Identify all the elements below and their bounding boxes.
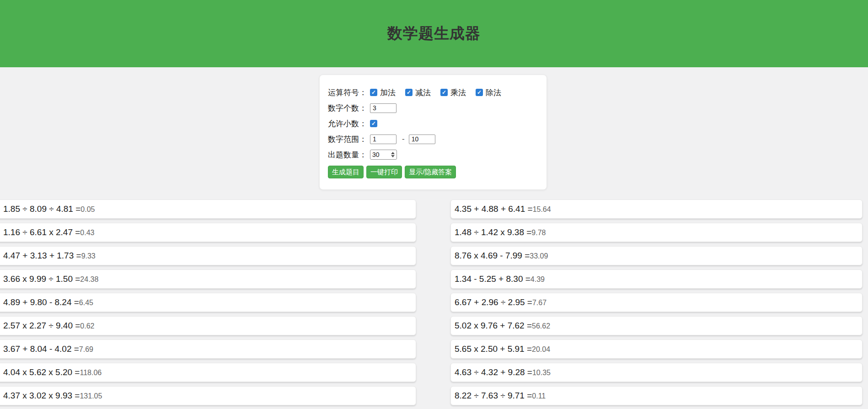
allow-decimal-row: 允许小数： xyxy=(328,116,538,131)
problem-answer: 0.62 xyxy=(80,322,94,330)
operator-option-multiplication[interactable]: 乘法 xyxy=(440,87,466,98)
operator-option-addition[interactable]: 加法 xyxy=(370,87,396,98)
problem-expression: 4.63 ÷ 4.32 + 9.28 = xyxy=(455,367,532,377)
problem-row: 4.47 + 3.13 + 1.73 =9.33 xyxy=(0,246,416,265)
problem-answer: 118.06 xyxy=(80,369,102,377)
digit-count-label: 数字个数： xyxy=(328,103,367,113)
operator-option-division[interactable]: 除法 xyxy=(476,87,501,98)
problem-expression: 1.85 ÷ 8.09 ÷ 4.81 = xyxy=(3,204,80,214)
quantity-value: 30 xyxy=(372,151,391,158)
page-title: 数学题生成器 xyxy=(387,23,481,44)
problem-answer: 9.78 xyxy=(531,229,546,237)
division-checkbox[interactable] xyxy=(476,89,483,96)
problem-expression: 4.04 x 5.62 x 5.20 = xyxy=(3,367,80,377)
problem-answer: 7.67 xyxy=(532,299,547,307)
problem-answer: 9.33 xyxy=(81,252,96,260)
problem-answer: 0.05 xyxy=(80,205,95,213)
problem-expression: 4.35 + 4.88 + 6.41 = xyxy=(455,204,533,214)
subtraction-checkbox[interactable] xyxy=(405,89,413,96)
range-max-input[interactable] xyxy=(409,135,435,144)
problem-expression: 8.76 x 4.69 - 7.99 = xyxy=(455,251,530,260)
operators-label: 运算符号： xyxy=(328,87,367,98)
actions-row: 生成题目 一键打印 显示/隐藏答案 xyxy=(328,166,538,184)
app-header: 数学题生成器 xyxy=(0,0,868,67)
spinner-down-icon[interactable] xyxy=(391,155,395,157)
problem-expression: 5.65 x 2.50 + 5.91 = xyxy=(455,344,532,354)
number-range-label: 数字范围： xyxy=(328,134,367,145)
operator-option-subtraction[interactable]: 减法 xyxy=(405,87,431,98)
range-min-input[interactable] xyxy=(370,135,396,144)
division-label: 除法 xyxy=(486,87,501,98)
problem-answer: 33.09 xyxy=(530,252,548,260)
problem-row: 1.48 ÷ 1.42 x 9.38 =9.78 xyxy=(450,223,863,242)
problem-answer: 0.11 xyxy=(532,392,546,400)
print-button[interactable]: 一键打印 xyxy=(366,166,402,178)
problem-row: 4.37 x 3.02 x 9.93 =131.05 xyxy=(0,386,416,405)
allow-decimal-label: 允许小数： xyxy=(328,118,367,129)
problem-row: 1.85 ÷ 8.09 ÷ 4.81 =0.05 xyxy=(0,199,416,219)
subtraction-label: 减法 xyxy=(415,87,431,98)
problem-expression: 4.37 x 3.02 x 9.93 = xyxy=(3,391,80,400)
quantity-row: 出题数量： 30 xyxy=(328,147,538,162)
problem-answer: 15.64 xyxy=(533,205,551,213)
problem-expression: 8.22 ÷ 7.63 ÷ 9.71 = xyxy=(455,391,532,400)
generator-form: 运算符号： 加法 减法 乘法 除法 数字个数： 允许小数： xyxy=(319,75,547,190)
problem-row: 4.89 + 9.80 - 8.24 =6.45 xyxy=(0,293,416,312)
problem-answer: 10.35 xyxy=(532,369,551,377)
addition-checkbox[interactable] xyxy=(370,89,377,96)
spinner-arrows-icon[interactable] xyxy=(391,152,395,157)
quantity-input[interactable]: 30 xyxy=(370,150,397,160)
quantity-label: 出题数量： xyxy=(328,150,367,160)
range-separator: - xyxy=(402,135,405,144)
problem-expression: 4.47 + 3.13 + 1.73 = xyxy=(3,251,81,260)
problem-expression: 4.89 + 9.80 - 8.24 = xyxy=(3,297,79,307)
problem-row: 4.63 ÷ 4.32 + 9.28 =10.35 xyxy=(450,363,863,382)
problem-row: 3.67 + 8.04 - 4.02 =7.69 xyxy=(0,339,416,359)
problems-column-left: 1.85 ÷ 8.09 ÷ 4.81 =0.05 1.16 ÷ 6.61 x 2… xyxy=(0,199,416,409)
problem-answer: 0.43 xyxy=(80,229,94,237)
problem-row: 1.34 - 5.25 + 8.30 =4.39 xyxy=(450,269,863,289)
problem-expression: 3.66 x 9.99 ÷ 1.50 = xyxy=(3,274,80,284)
problem-row: 4.35 + 4.88 + 6.41 =15.64 xyxy=(450,199,863,219)
problem-expression: 2.57 x 2.27 ÷ 9.40 = xyxy=(3,321,80,330)
number-range-row: 数字范围： - xyxy=(328,131,538,147)
problem-row: 5.02 x 9.76 + 7.62 =56.62 xyxy=(450,316,863,335)
problem-row: 5.65 x 2.50 + 5.91 =20.04 xyxy=(450,339,863,359)
problem-expression: 5.02 x 9.76 + 7.62 = xyxy=(455,321,532,330)
multiplication-label: 乘法 xyxy=(450,87,466,98)
operators-row: 运算符号： 加法 减法 乘法 除法 xyxy=(328,85,538,100)
problem-answer: 4.39 xyxy=(530,275,545,283)
problem-expression: 1.16 ÷ 6.61 x 2.47 = xyxy=(3,227,80,237)
problems-column-right: 4.35 + 4.88 + 6.41 =15.64 1.48 ÷ 1.42 x … xyxy=(450,199,863,409)
problem-answer: 24.38 xyxy=(80,275,98,283)
addition-label: 加法 xyxy=(380,87,396,98)
problem-answer: 131.05 xyxy=(80,392,102,400)
toggle-answers-button[interactable]: 显示/隐藏答案 xyxy=(405,166,456,178)
problem-row: 6.67 + 2.96 ÷ 2.95 =7.67 xyxy=(450,293,863,312)
problem-row: 1.16 ÷ 6.61 x 2.47 =0.43 xyxy=(0,223,416,242)
digit-count-input[interactable] xyxy=(370,103,396,113)
generate-button[interactable]: 生成题目 xyxy=(328,166,364,178)
problem-expression: 3.67 + 8.04 - 4.02 = xyxy=(3,344,79,354)
problem-answer: 6.45 xyxy=(79,299,93,307)
problem-row: 4.04 x 5.62 x 5.20 =118.06 xyxy=(0,363,416,382)
digit-count-row: 数字个数： xyxy=(328,100,538,116)
problem-row: 2.57 x 2.27 ÷ 9.40 =0.62 xyxy=(0,316,416,335)
problem-answer: 7.69 xyxy=(79,345,93,353)
problem-row: 3.66 x 9.99 ÷ 1.50 =24.38 xyxy=(0,269,416,289)
spinner-up-icon[interactable] xyxy=(391,152,395,154)
problem-answer: 20.04 xyxy=(532,345,550,353)
problem-expression: 1.48 ÷ 1.42 x 9.38 = xyxy=(455,227,531,237)
problem-row: 8.76 x 4.69 - 7.99 =33.09 xyxy=(450,246,863,265)
multiplication-checkbox[interactable] xyxy=(440,89,448,96)
allow-decimal-checkbox[interactable] xyxy=(370,120,377,127)
problem-expression: 1.34 - 5.25 + 8.30 = xyxy=(455,274,530,284)
problem-expression: 6.67 + 2.96 ÷ 2.95 = xyxy=(455,297,532,307)
problem-row: 8.22 ÷ 7.63 ÷ 9.71 =0.11 xyxy=(450,386,863,405)
problem-answer: 56.62 xyxy=(532,322,550,330)
